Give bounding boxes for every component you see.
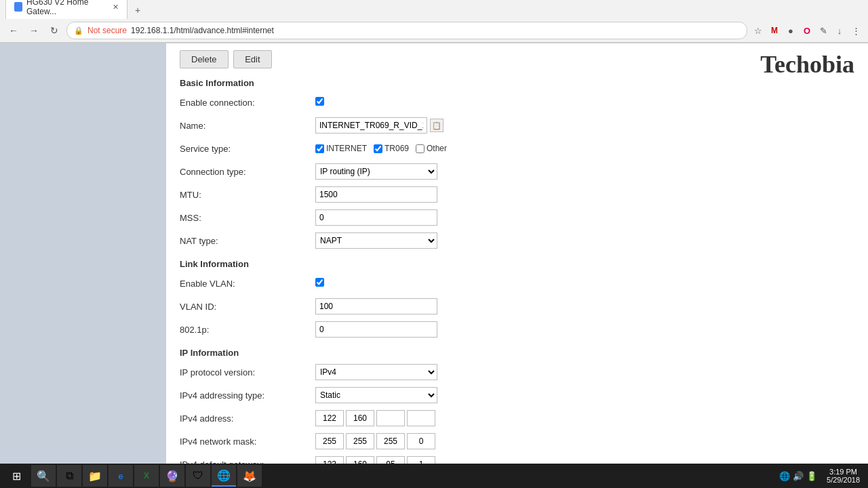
mtu-row: MTU: [180, 186, 854, 203]
start-button[interactable]: ⊞ [3, 465, 30, 483]
new-tab-button[interactable]: + [127, 1, 148, 19]
service-internet-label: INTERNET [326, 144, 367, 153]
taskbar-excel[interactable]: X [134, 465, 159, 483]
delete-button[interactable]: Delete [180, 50, 229, 68]
ipv4-mask-fields [315, 433, 451, 449]
mss-label: MSS: [180, 213, 315, 223]
enable-connection-row: Enable connection: [180, 94, 854, 111]
name-label: Name: [180, 121, 315, 131]
service-type-options: INTERNET TR069 Other [315, 144, 451, 153]
ip-protocol-select[interactable]: IPv4 IPv6 IPv4/IPv6 [315, 364, 437, 380]
tray-network-icon: 🌐 [779, 471, 790, 481]
mtu-label: MTU: [180, 190, 315, 200]
link-information-header: Link Information [180, 259, 854, 269]
enable-vlan-row: Enable VLAN: [180, 274, 854, 292]
service-type-control: INTERNET TR069 Other [315, 144, 451, 153]
ipv4-addressing-select[interactable]: Static DHCP [315, 387, 437, 403]
basic-information-header: Basic Information [180, 78, 854, 88]
vlan-id-control [315, 298, 451, 314]
name-row: Name: 📋 [180, 117, 854, 134]
tray-volume-icon: 🔊 [793, 471, 804, 481]
ip-protocol-label: IP protocol version: [180, 367, 315, 378]
taskbar-search[interactable]: 🔍 [31, 465, 56, 483]
sidebar [0, 43, 166, 466]
enable-vlan-checkbox[interactable] [315, 278, 324, 287]
taskbar: ⊞ 🔍 ⧉ 📁 e X 🔮 🛡 🌐 🦊 🌐 🔊 🔋 3:19 PM 5/29/2… [0, 464, 868, 483]
ipv4-mask-octet3[interactable] [376, 433, 405, 449]
service-other-checkbox[interactable]: Other [416, 144, 447, 153]
refresh-button[interactable]: ↻ [46, 22, 62, 39]
internet-checkbox-input[interactable] [315, 144, 324, 153]
nat-type-select[interactable]: NAPT NAT None [315, 232, 437, 249]
mtu-input[interactable] [315, 186, 437, 203]
top-action-buttons: Delete Edit [180, 50, 854, 68]
ipv4-mask-octet1[interactable] [315, 433, 344, 449]
service-tr069-checkbox[interactable]: TR069 [374, 144, 409, 153]
vlan-id-input[interactable] [315, 298, 437, 314]
forward-button[interactable]: → [26, 22, 42, 39]
ipv4-addressing-label: IPv4 addressing type: [180, 390, 315, 401]
ipv4-addr-octet2[interactable] [346, 410, 374, 426]
mcafee-icon[interactable]: M [768, 24, 781, 37]
mss-control [315, 209, 451, 226]
taskbar-time: 3:19 PM [827, 468, 860, 476]
ipv4-addr-octet3[interactable] [376, 410, 405, 426]
chrome-icon[interactable]: ● [784, 24, 797, 37]
ipv4-addr-octet4[interactable] [407, 410, 435, 426]
connection-type-row: Connection type: IP routing (IP) PPPoE B… [180, 163, 854, 180]
name-input[interactable] [315, 117, 427, 134]
service-internet-checkbox[interactable]: INTERNET [315, 144, 367, 153]
vlan-id-row: VLAN ID: [180, 298, 854, 315]
back-button[interactable]: ← [5, 22, 22, 39]
browser-chrome: HG630 V2 Home Gatew... ✕ + ← → ↻ 🔒 Not s… [0, 0, 868, 43]
taskbar-file-explorer[interactable]: 📁 [83, 465, 107, 483]
ipv4-addr-octet1[interactable] [315, 410, 344, 426]
ip-protocol-control: IPv4 IPv6 IPv4/IPv6 [315, 364, 451, 380]
copy-button[interactable]: 📋 [430, 119, 443, 132]
taskbar-app2[interactable]: 🛡 [186, 465, 210, 483]
ipv4-address-fields [315, 410, 451, 426]
nat-type-control: NAPT NAT None [315, 232, 451, 249]
ip-protocol-row: IP protocol version: IPv4 IPv6 IPv4/IPv6 [180, 363, 854, 381]
service-other-label: Other [427, 144, 447, 153]
edit-toolbar-icon[interactable]: ✎ [816, 24, 830, 37]
mss-input[interactable] [315, 209, 437, 226]
taskbar-ie[interactable]: e [108, 465, 133, 483]
nat-type-label: NAT type: [180, 236, 315, 246]
star-button[interactable]: ☆ [751, 24, 765, 37]
taskbar-clock[interactable]: 3:19 PM 5/29/2018 [821, 468, 865, 483]
taskbar-chrome-active[interactable]: 🌐 [212, 465, 236, 483]
nat-type-row: NAT type: NAPT NAT None [180, 232, 854, 249]
other-checkbox-input[interactable] [416, 144, 425, 153]
ipv4-address-row: IPv4 address: [180, 409, 854, 427]
menu-button[interactable]: ⋮ [849, 24, 863, 37]
techobia-logo: Techobia [760, 50, 854, 79]
edit-button[interactable]: Edit [233, 50, 271, 68]
office-icon[interactable]: O [800, 24, 814, 37]
browser-toolbar: ← → ↻ 🔒 Not secure 192.168.1.1/html/adva… [0, 19, 868, 43]
ipv4-mask-octet4[interactable] [407, 433, 435, 449]
tab-close-icon[interactable]: ✕ [113, 3, 119, 12]
taskbar-task-view[interactable]: ⧉ [57, 465, 81, 483]
enable-connection-control [315, 97, 451, 108]
address-bar[interactable]: 🔒 Not secure 192.168.1.1/html/advance.ht… [66, 22, 747, 39]
taskbar-date: 5/29/2018 [827, 476, 860, 483]
connection-type-control: IP routing (IP) PPPoE Bridge [315, 163, 451, 180]
dot802-input[interactable] [315, 321, 437, 338]
url-text: 192.168.1.1/html/advance.html#internet [131, 26, 274, 35]
browser-tab-active[interactable]: HG630 V2 Home Gatew... ✕ [5, 0, 127, 19]
dot802-row: 802.1p: [180, 321, 854, 338]
ipv4-mask-control [315, 433, 451, 449]
download-icon[interactable]: ↓ [833, 24, 846, 37]
enable-vlan-label: Enable VLAN: [180, 279, 315, 289]
security-label: Not secure [87, 26, 127, 35]
taskbar-firefox[interactable]: 🦊 [237, 465, 262, 483]
ipv4-addressing-control: Static DHCP [315, 387, 451, 403]
dot802-control [315, 321, 451, 338]
taskbar-app1[interactable]: 🔮 [160, 465, 184, 483]
enable-connection-checkbox[interactable] [315, 97, 324, 106]
dot802-label: 802.1p: [180, 325, 315, 335]
connection-type-select[interactable]: IP routing (IP) PPPoE Bridge [315, 163, 437, 180]
ipv4-mask-octet2[interactable] [346, 433, 374, 449]
tr069-checkbox-input[interactable] [374, 144, 382, 153]
